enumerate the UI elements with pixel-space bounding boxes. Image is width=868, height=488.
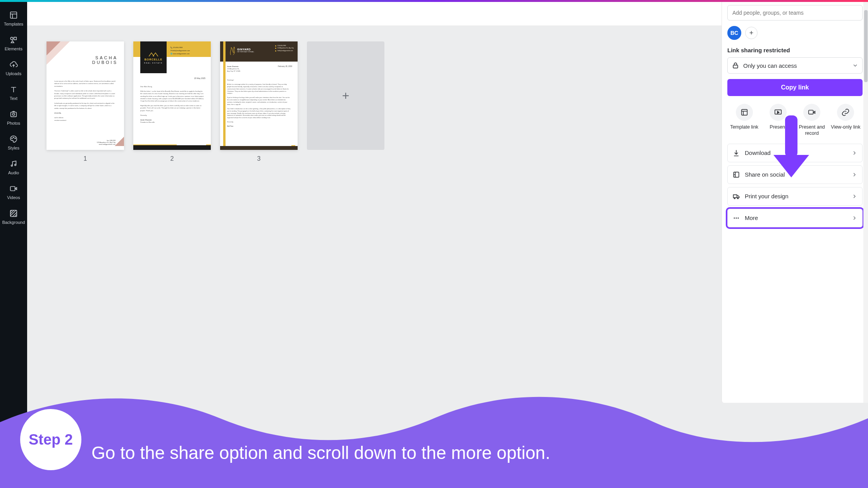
text: REAL ESTATE — [144, 62, 163, 64]
text-icon — [9, 85, 18, 94]
sidebar-item-audio[interactable]: Audio — [0, 156, 27, 180]
svg-point-18 — [737, 198, 739, 199]
text: GINYARD — [237, 48, 255, 51]
step-text: Go to the share option and scroll down t… — [91, 442, 852, 464]
svg-rect-15 — [809, 110, 813, 114]
text: 123 Anywhere St., Any City — [277, 47, 294, 49]
text: Sincerely, — [227, 121, 291, 124]
svg-rect-3 — [11, 112, 17, 117]
tutorial-banner — [0, 376, 868, 488]
access-label: Only you can access — [743, 62, 848, 69]
page-thumb-3[interactable]: GINYARD INTERNATIONAL 123-456-7890 123 A… — [220, 41, 298, 150]
sidebar-item-styles[interactable]: Styles — [0, 131, 27, 156]
label: Print your design — [745, 193, 847, 199]
share-panel: BC + Link sharing restricted Only you ca… — [722, 2, 868, 403]
plus-icon: + — [749, 29, 754, 37]
svg-rect-13 — [741, 110, 747, 115]
text: SACHA — [92, 55, 118, 60]
page-thumb-2[interactable]: BORCELLE REAL ESTATE 📞 123-456-7890 ✉ he… — [133, 41, 211, 150]
audio-icon — [9, 160, 18, 168]
svg-point-20 — [736, 217, 737, 218]
page-number: 3 — [257, 155, 261, 162]
step-badge: Step 2 — [20, 409, 81, 470]
flame-icon — [229, 45, 235, 55]
collaborator-row: BC + — [727, 26, 863, 40]
page2-date: 20 May 2025 — [194, 77, 205, 79]
svg-rect-0 — [10, 12, 17, 19]
page2-body: Dear Matt Zhang, With this letter, I, as… — [140, 86, 204, 126]
download-icon — [732, 149, 740, 157]
text: Jamie Chastain — [140, 119, 152, 121]
social-icon — [732, 171, 740, 179]
sidebar-item-background[interactable]: Background — [0, 205, 27, 230]
sidebar-label: Text — [0, 96, 27, 101]
link-sharing-heading: Link sharing restricted — [727, 47, 863, 53]
tutorial-arrow — [773, 115, 809, 177]
text: BORCELLE — [145, 58, 163, 61]
page3-date: February 28, 2030 — [278, 65, 292, 67]
access-select[interactable]: Only you can access — [727, 57, 863, 74]
sidebar-label: Photos — [0, 121, 27, 125]
svg-point-17 — [734, 198, 735, 199]
background-icon — [9, 209, 18, 218]
text: 123-456-7890 — [173, 46, 183, 48]
svg-point-9 — [15, 164, 16, 166]
house-icon — [148, 51, 158, 57]
page1-footer: fax: (00) 000123 Anywhere St., Any Cityw… — [97, 139, 115, 145]
sidebar-item-elements[interactable]: Elements — [0, 32, 27, 57]
elements-icon — [9, 36, 18, 44]
chevron-right-icon — [851, 193, 858, 199]
decoration — [223, 41, 226, 150]
chevron-right-icon — [851, 150, 858, 156]
text: 123-456-7890 — [277, 45, 286, 47]
avatar[interactable]: BC — [727, 26, 741, 40]
more-row[interactable]: More — [727, 209, 863, 227]
page-thumb-1[interactable]: SACHA DUBOIS Lorem ipsum is the filler a… — [46, 41, 124, 150]
decoration — [220, 146, 298, 150]
sidebar-label: Audio — [0, 170, 27, 175]
share-scrollbar[interactable] — [863, 2, 868, 403]
svg-point-21 — [738, 217, 739, 218]
page2-logo-box: BORCELLE REAL ESTATE — [140, 41, 167, 73]
sidebar-item-uploads[interactable]: Uploads — [0, 57, 27, 81]
page1-body: Lorem ipsum is the filler at the end of … — [54, 80, 116, 124]
styles-icon — [9, 135, 18, 143]
svg-point-7 — [15, 138, 16, 139]
page-number: 2 — [170, 155, 174, 162]
sidebar-label: Background — [0, 220, 27, 225]
chevron-right-icon — [851, 215, 858, 221]
sidebar-label: Templates — [0, 22, 27, 26]
videos-icon — [9, 184, 18, 193]
text: www.reallygreatsite.com — [173, 53, 189, 55]
plus-icon: + — [342, 89, 350, 103]
svg-point-19 — [734, 217, 735, 218]
sidebar-item-templates[interactable]: Templates — [0, 7, 27, 32]
photos-icon — [9, 110, 18, 119]
svg-point-8 — [11, 165, 13, 167]
text: DUBOIS — [92, 60, 118, 65]
page3-body: Greetings! A letter is a message written… — [227, 79, 291, 130]
scroll-thumb[interactable] — [864, 10, 868, 82]
copy-link-button[interactable]: Copy link — [727, 79, 863, 96]
page-number: 1 — [84, 155, 87, 162]
add-page-button[interactable]: + — [307, 41, 384, 150]
label: More — [745, 215, 847, 221]
sidebar-label: Styles — [0, 146, 27, 150]
template-link-button[interactable]: Template link — [728, 104, 760, 137]
view-only-link-button[interactable]: View-only link — [830, 104, 861, 137]
text: Sincerely, — [140, 114, 204, 117]
chevron-right-icon — [851, 172, 858, 178]
svg-point-6 — [13, 137, 14, 138]
templates-icon — [9, 11, 18, 19]
text: hello@reallygreatsite.com — [172, 50, 190, 52]
text: Dear Matt Zhang, — [140, 86, 204, 88]
sidebar-item-photos[interactable]: Photos — [0, 106, 27, 131]
sidebar-item-videos[interactable]: Videos — [0, 180, 27, 205]
sidebar-item-text[interactable]: Text — [0, 81, 27, 106]
print-design-row[interactable]: Print your design — [727, 187, 863, 206]
sidebar-label: Uploads — [0, 71, 27, 76]
add-person-button[interactable]: + — [745, 27, 758, 39]
people-input[interactable] — [727, 5, 863, 21]
text: hello@reallygreatsite.com — [277, 50, 293, 52]
label: View-only link — [830, 124, 861, 130]
